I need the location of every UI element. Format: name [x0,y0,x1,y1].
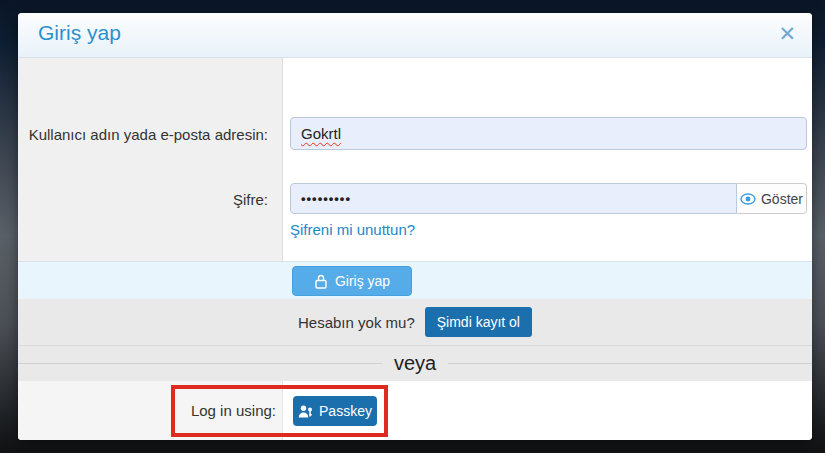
register-prompt: Hesabın yok mu? [298,314,415,331]
or-divider-label: veya [394,352,436,375]
eye-icon [740,193,756,205]
login-button[interactable]: Giriş yap [292,266,412,296]
password-input[interactable]: ••••••••• [290,183,737,214]
register-strip: Hesabın yok mu? Şimdi kayıt ol [18,299,812,345]
passkey-button[interactable]: Passkey [293,396,377,426]
submit-strip: Giriş yap [18,261,812,299]
show-password-button[interactable]: Göster [737,183,807,214]
login-dialog: Giriş yap ✕ Kullanıcı adın yada e-posta … [18,13,812,440]
close-icon[interactable]: ✕ [778,22,796,46]
password-value: ••••••••• [301,191,351,206]
lock-icon [314,274,328,289]
divider-line-right [448,363,812,364]
username-input[interactable]: Gokrtl [290,117,807,150]
or-divider: veya [18,345,812,381]
register-button[interactable]: Şimdi kayıt ol [425,307,532,337]
dialog-title: Giriş yap [38,21,121,45]
password-label: Şifre: [18,191,268,208]
username-label: Kullanıcı adın yada e-posta adresin: [18,126,268,143]
login-form: Kullanıcı adın yada e-posta adresin: Gok… [18,58,812,261]
alt-login-prompt: Log in using: [191,402,276,419]
username-value: Gokrtl [301,125,341,142]
show-password-label: Göster [761,191,803,207]
alt-login-label-column: Log in using: [18,381,283,440]
dialog-header: Giriş yap ✕ [18,13,812,58]
divider-line-left [18,363,382,364]
label-column [18,58,283,261]
passkey-person-key-icon [298,405,313,418]
passkey-button-label: Passkey [319,403,372,419]
login-button-label: Giriş yap [335,273,390,289]
forgot-password-link[interactable]: Şifreni mi unuttun? [290,221,415,238]
alt-login-row: Log in using: Passkey [18,381,812,440]
page-background: Giriş yap ✕ Kullanıcı adın yada e-posta … [0,0,825,453]
